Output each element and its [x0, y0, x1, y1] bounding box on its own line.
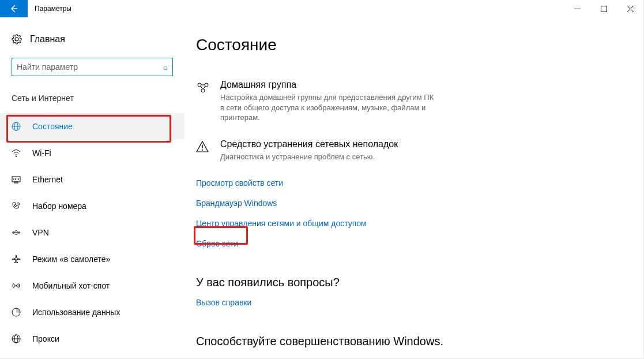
hotspot-icon: [12, 281, 22, 290]
svg-line-27: [204, 86, 205, 89]
home-button[interactable]: Главная: [0, 32, 184, 46]
arrow-left-icon: [9, 4, 18, 13]
search-icon: ⌕: [163, 62, 168, 72]
maximize-button[interactable]: [590, 0, 617, 17]
sidebar-item-ethernet[interactable]: Ethernet: [0, 166, 184, 193]
link-network-props[interactable]: Просмотр свойств сети: [196, 178, 283, 188]
titlebar: Параметры: [0, 0, 643, 17]
sidebar-item-dialup[interactable]: Набор номера: [0, 193, 184, 219]
dialup-icon: [12, 201, 22, 211]
svg-point-30: [202, 149, 203, 151]
sidebar-item-label: Использование данных: [32, 308, 120, 317]
troubleshoot-block[interactable]: Средство устранения сетевых неполадок Ди…: [196, 139, 496, 162]
maximize-icon: [601, 6, 607, 12]
category-label: Сеть и Интернет: [0, 94, 184, 103]
ethernet-icon: [12, 175, 22, 184]
homegroup-icon: [196, 80, 211, 123]
svg-point-16: [18, 232, 20, 234]
wifi-icon: [12, 148, 22, 158]
search-input[interactable]: [17, 62, 163, 72]
sidebar-item-label: Режим «в самолете»: [32, 255, 110, 264]
link-feedback[interactable]: Оставить отзыв: [196, 357, 255, 358]
svg-rect-9: [12, 177, 20, 182]
warning-icon: [196, 139, 211, 162]
troubleshoot-desc: Диагностика и устранение проблем с сетью…: [220, 152, 398, 162]
sidebar-item-wifi[interactable]: Wi-Fi: [0, 140, 184, 166]
main-content: Состояние Домашняя группа Настройка дома…: [184, 17, 643, 358]
sidebar-item-label: Прокси: [32, 334, 59, 343]
link-network-reset[interactable]: Сброс сети: [196, 239, 238, 248]
link-firewall[interactable]: Брандмауэр Windows: [196, 199, 277, 208]
proxy-icon: [12, 334, 22, 343]
svg-point-18: [16, 285, 17, 287]
sidebar-item-label: Wi-Fi: [32, 148, 51, 158]
homegroup-block[interactable]: Домашняя группа Настройка домашней групп…: [196, 80, 496, 123]
troubleshoot-title: Средство устранения сетевых неполадок: [220, 139, 398, 149]
homegroup-desc: Настройка домашней группы для предоставл…: [220, 92, 439, 123]
window-title: Параметры: [28, 0, 564, 17]
sidebar-item-label: Набор номера: [32, 201, 86, 211]
airplane-icon: [12, 255, 22, 264]
sidebar-item-data[interactable]: Использование данных: [0, 299, 184, 326]
minimize-icon: [574, 6, 581, 12]
link-sharing-center[interactable]: Центр управления сетями и общим доступом: [196, 219, 367, 228]
svg-point-15: [13, 232, 14, 234]
help-heading: У вас появились вопросы?: [196, 276, 643, 289]
svg-line-26: [201, 86, 202, 89]
homegroup-title: Домашняя группа: [220, 80, 439, 90]
close-button[interactable]: [617, 0, 643, 17]
data-icon: [12, 308, 22, 317]
link-get-help[interactable]: Вызов справки: [196, 298, 251, 307]
gear-icon: [12, 34, 22, 44]
sidebar-item-airplane[interactable]: Режим «в самолете»: [0, 246, 184, 272]
sidebar-item-label: Мобильный хот-спот: [32, 281, 110, 290]
feedback-heading: Способствуйте совершенствованию Windows.: [196, 335, 643, 348]
sidebar-item-label: Состояние: [32, 122, 73, 131]
minimize-button[interactable]: [564, 0, 590, 17]
back-button[interactable]: [0, 0, 28, 17]
vpn-icon: [12, 228, 22, 237]
sidebar-item-label: VPN: [32, 228, 49, 237]
sidebar-item-proxy[interactable]: Прокси: [0, 326, 184, 352]
svg-rect-10: [14, 182, 18, 183]
search-box[interactable]: ⌕: [12, 58, 173, 76]
sidebar-item-status[interactable]: Состояние: [0, 113, 184, 140]
sidebar-item-hotspot[interactable]: Мобильный хот-спот: [0, 272, 184, 299]
sidebar-item-vpn[interactable]: VPN: [0, 219, 184, 246]
svg-point-25: [201, 89, 205, 92]
page-title: Состояние: [196, 36, 643, 54]
sidebar: Главная ⌕ Сеть и Интернет Состояние Wi-F…: [0, 17, 184, 358]
svg-rect-2: [601, 6, 607, 12]
home-label: Главная: [30, 34, 65, 44]
sidebar-item-label: Ethernet: [32, 175, 63, 184]
globe-icon: [12, 122, 22, 131]
svg-point-8: [16, 156, 17, 157]
close-icon: [627, 6, 634, 12]
